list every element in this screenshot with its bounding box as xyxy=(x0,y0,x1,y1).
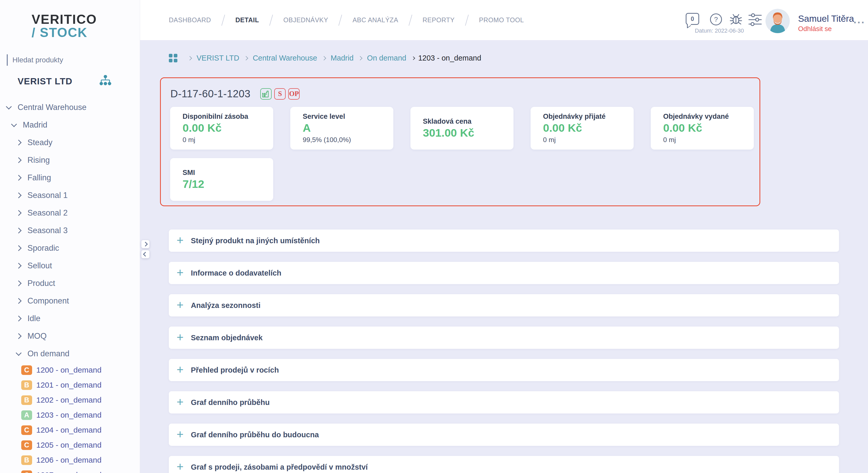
nav-objednavky[interactable]: OBJEDNÁVKY xyxy=(283,16,328,24)
product-item-1200[interactable]: C1200 - on_demand xyxy=(0,363,140,377)
plus-icon: + xyxy=(177,396,184,408)
chevron-right-icon xyxy=(16,157,22,163)
nav-promo-tool[interactable]: PROMO TOOL xyxy=(479,16,524,24)
accordion-list: +Stejný produkt na jiných umístěních +In… xyxy=(169,230,839,473)
tree-item-moq[interactable]: MOQ xyxy=(0,327,140,345)
chevron-right-icon xyxy=(16,175,22,181)
accordion-informace-o-dodavatelich[interactable]: +Informace o dodavatelích xyxy=(169,262,839,284)
breadcrumb-link-city[interactable]: Madrid xyxy=(331,54,354,62)
home-grid-icon[interactable] xyxy=(169,54,177,62)
tree-item-seasonal-3[interactable]: Seasonal 3 xyxy=(0,222,140,239)
tree-item-product[interactable]: Product xyxy=(0,274,140,292)
grade-badge: B xyxy=(21,395,32,405)
stat-card-objednavky-prijate: Objednávky přijaté 0.00 Kč 0 mj xyxy=(531,107,634,149)
stat-card-skladova-cena: Skladová cena 301.00 Kč xyxy=(410,107,514,149)
logo-text-top: VERITICO xyxy=(32,13,97,26)
tree-item-on-demand[interactable]: On demand xyxy=(0,345,140,363)
tree-item-seasonal-2[interactable]: Seasonal 2 xyxy=(0,204,140,222)
tree-item-sellout[interactable]: Sellout xyxy=(0,257,140,274)
stat-card-objednavky-vydane: Objednávky vydané 0.00 Kč 0 mj xyxy=(651,107,754,149)
tree-item-madrid[interactable]: Madrid xyxy=(0,116,140,134)
nav-separator xyxy=(221,14,225,26)
message-count-badge: 0 xyxy=(691,15,694,23)
product-item-1201[interactable]: B1201 - on_demand xyxy=(0,377,140,393)
chevron-left-icon xyxy=(143,252,148,257)
chevron-down-icon xyxy=(16,350,22,356)
chevron-right-icon xyxy=(16,228,22,234)
product-item-1206[interactable]: B1206 - on_demand xyxy=(0,452,140,468)
help-icon[interactable]: ? xyxy=(710,13,722,25)
product-detail-panel: D-117-60-1-1203 S OP Disponibilní zásoba… xyxy=(160,77,760,206)
grade-badge: B xyxy=(21,380,32,390)
settings-sliders-icon[interactable] xyxy=(748,13,762,27)
product-item-1204[interactable]: C1204 - on_demand xyxy=(0,423,140,438)
logout-link[interactable]: Odhlásit se xyxy=(798,25,832,33)
breadcrumb-current: 1203 - on_demand xyxy=(418,54,481,62)
plus-icon: + xyxy=(177,461,184,472)
chevron-right-icon xyxy=(16,316,22,322)
stat-card-disponibilni-zasoba: Disponibilní zásoba 0.00 Kč 0 mj xyxy=(170,107,273,149)
accordion-graf-denniho-prubehu[interactable]: +Graf denního průběhu xyxy=(169,391,839,413)
chevron-down-icon xyxy=(6,104,12,110)
tree-item-idle[interactable]: Idle xyxy=(0,310,140,327)
chevron-right-icon xyxy=(358,56,363,60)
tree-item-falling[interactable]: Falling xyxy=(0,169,140,187)
tree-item-central-warehouse[interactable]: Central Warehouse xyxy=(0,99,140,116)
tree-item-sporadic[interactable]: Sporadic xyxy=(0,239,140,257)
breadcrumb-link-category[interactable]: On demand xyxy=(367,54,406,62)
chevron-right-icon xyxy=(16,245,22,251)
grade-badge: C xyxy=(21,426,32,435)
product-item-1203[interactable]: A1203 - on_demand xyxy=(0,408,140,423)
nav-separator xyxy=(465,14,469,26)
product-item-1207[interactable]: C1207 - on_demand xyxy=(0,468,140,473)
breadcrumb-link-company[interactable]: VERIST LTD xyxy=(196,54,239,62)
stat-cards-row-2: SMI 7/12 xyxy=(170,158,273,201)
nav-detail[interactable]: DETAIL xyxy=(236,16,259,24)
stat-card-service-level: Service level A 99,5% (100,0%) xyxy=(290,107,393,149)
breadcrumb: VERIST LTD Central Warehouse Madrid On d… xyxy=(169,54,481,62)
breadcrumb-link-warehouse[interactable]: Central Warehouse xyxy=(253,54,317,62)
chevron-right-icon xyxy=(16,140,22,146)
messages-icon[interactable]: 0 xyxy=(686,13,699,25)
grade-badge: C xyxy=(21,440,32,450)
search-input[interactable] xyxy=(7,54,124,66)
tree-item-rising[interactable]: Rising xyxy=(0,151,140,169)
nav-abc-analyza[interactable]: ABC ANALÝZA xyxy=(352,16,398,24)
nav-dashboard[interactable]: DASHBOARD xyxy=(169,16,211,24)
chevron-right-icon xyxy=(244,56,248,60)
accordion-analyza-sezonnosti[interactable]: +Analýza sezonnosti xyxy=(169,294,839,316)
stat-card-smi: SMI 7/12 xyxy=(170,158,273,201)
accordion-graf-s-prodeji[interactable]: +Graf s prodeji, zásobami a předpovědí v… xyxy=(169,456,839,473)
accordion-stejny-produkt[interactable]: +Stejný produkt na jiných umístěních xyxy=(169,230,839,252)
product-item-1202[interactable]: B1202 - on_demand xyxy=(0,393,140,408)
accordion-graf-do-budoucna[interactable]: +Graf denního průběhu do budoucna xyxy=(169,424,839,446)
chevron-down-icon xyxy=(11,121,17,127)
product-code: D-117-60-1-1203 xyxy=(170,88,250,100)
chevron-right-icon xyxy=(16,333,22,339)
grade-badge: B xyxy=(21,455,32,465)
plus-icon: + xyxy=(177,267,184,278)
org-structure-icon[interactable] xyxy=(99,75,111,87)
user-name[interactable]: Samuel Titěra xyxy=(798,13,854,24)
location-tree: Central Warehouse Madrid Steady Rising F… xyxy=(0,99,140,473)
nav-reporty[interactable]: REPORTY xyxy=(423,16,455,24)
plus-icon: + xyxy=(177,428,184,440)
more-menu-icon[interactable]: ... xyxy=(854,14,865,26)
grade-badge: C xyxy=(21,470,32,473)
user-avatar[interactable] xyxy=(766,9,790,33)
sidebar-collapse-button[interactable] xyxy=(142,250,149,258)
status-badge-op: OP xyxy=(288,88,300,100)
current-date-label: Datum: 2022-06-30 xyxy=(686,27,753,34)
status-badge-s: S xyxy=(274,88,286,100)
tree-item-steady[interactable]: Steady xyxy=(0,134,140,151)
accordion-seznam-objednavek[interactable]: +Seznam objednávek xyxy=(169,327,839,349)
accordion-prehled-prodeju[interactable]: +Přehled prodejů v rocích xyxy=(169,359,839,381)
plus-icon: + xyxy=(177,234,184,246)
product-item-1205[interactable]: C1205 - on_demand xyxy=(0,438,140,452)
bug-report-icon[interactable] xyxy=(729,12,743,26)
tree-item-component[interactable]: Component xyxy=(0,292,140,310)
company-name: VERIST LTD xyxy=(18,76,72,87)
sidebar-expand-button[interactable] xyxy=(142,240,149,248)
product-title-row: D-117-60-1-1203 S OP xyxy=(170,88,302,100)
tree-item-seasonal-1[interactable]: Seasonal 1 xyxy=(0,187,140,204)
